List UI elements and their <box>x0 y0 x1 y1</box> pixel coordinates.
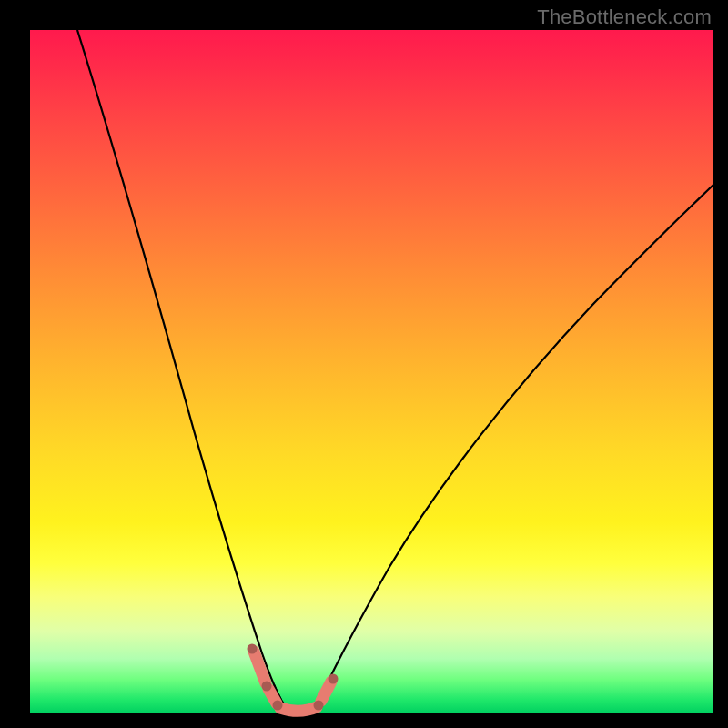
chart-overlay <box>30 30 713 713</box>
right-curve <box>318 185 713 703</box>
highlight-dot <box>248 644 258 654</box>
left-curve <box>77 30 281 700</box>
highlight-seg-right <box>321 682 331 701</box>
highlight-dot <box>273 701 283 711</box>
highlight-seg-floor <box>280 707 317 711</box>
highlight-dot <box>262 682 272 692</box>
highlight-dot <box>329 674 339 684</box>
chart-frame: TheBottleneck.com <box>0 0 728 728</box>
highlight-dot <box>314 701 324 711</box>
watermark-text: TheBottleneck.com <box>537 5 712 29</box>
